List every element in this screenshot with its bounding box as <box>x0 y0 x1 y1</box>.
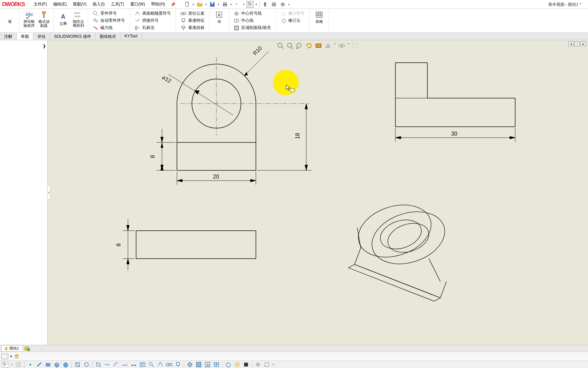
grid-button[interactable] <box>15 362 21 368</box>
tab-kytool[interactable]: KYTool <box>120 33 142 40</box>
table-tool-button[interactable] <box>213 362 219 368</box>
zoom-area-button[interactable] <box>287 42 293 49</box>
balloon-button[interactable]: 零件序号 <box>92 10 126 17</box>
graphics-canvas[interactable]: ▾ ▾ ◂ ▫ ▸ <box>48 40 588 345</box>
centerline-button[interactable]: 中心线 <box>232 17 272 24</box>
surface-button[interactable]: 表面粗随度符号 <box>133 10 172 17</box>
cube-button[interactable] <box>63 362 69 368</box>
menu-help[interactable]: 帮助(H) <box>148 0 168 8</box>
dropdown-icon[interactable]: ▾ <box>205 3 207 6</box>
linearpattern-button[interactable]: AAAAAA线性注 释阵列 <box>71 10 86 29</box>
insert-part-button[interactable] <box>234 362 240 368</box>
detail-tool-button[interactable] <box>83 362 89 368</box>
revsym-button[interactable]: 修订符号 <box>279 10 306 17</box>
centermark-button[interactable]: 中心符号线 <box>232 10 272 17</box>
layer-dropdown-icon[interactable]: ▾ <box>10 354 12 358</box>
dropdown-icon[interactable]: ▾ <box>218 3 219 6</box>
dropdown-icon[interactable]: ▾ <box>193 3 194 6</box>
window-prev-button[interactable]: ◂ <box>568 42 574 46</box>
option-button[interactable]: 项 <box>2 10 17 25</box>
menu-tools[interactable]: 工具(T) <box>108 0 127 8</box>
annotate-button[interactable]: A注释 <box>56 10 71 29</box>
display-style-button[interactable] <box>325 42 331 49</box>
line-tool-button[interactable] <box>36 362 42 368</box>
balloon-tool-button[interactable] <box>148 362 154 368</box>
menu-window[interactable]: 窗口(W) <box>128 0 148 8</box>
layer-manager-icon[interactable] <box>14 354 19 359</box>
point-tool-button[interactable] <box>27 362 33 368</box>
centermark-tool-button[interactable] <box>187 362 193 368</box>
addins-tool-button[interactable] <box>264 362 270 368</box>
undo-button[interactable] <box>234 1 241 8</box>
dropdown-icon[interactable]: ▾ <box>230 3 232 6</box>
datumtgt-button[interactable]: 基准目标 <box>179 25 206 31</box>
autoballoon-button[interactable]: 自动零件序号 <box>92 17 126 24</box>
hatch-button[interactable]: 区域剖面线/填充 <box>232 25 272 31</box>
datum-button[interactable]: 基准特征 <box>179 17 206 24</box>
open-doc-button[interactable] <box>196 1 203 8</box>
spellcheck-button[interactable]: Abc拼写检 验程序 <box>21 10 36 29</box>
menu-file[interactable]: 文件(F) <box>31 0 50 8</box>
macro-button[interactable] <box>243 362 249 368</box>
layer-color-swatch[interactable] <box>1 354 8 359</box>
note-tool-button[interactable] <box>140 362 146 368</box>
surf-tool-button[interactable] <box>157 362 163 368</box>
section-tool-button[interactable] <box>75 362 81 368</box>
menu-insert[interactable]: 插入(I) <box>90 0 107 8</box>
break-tool-button[interactable] <box>104 362 110 368</box>
options-button[interactable] <box>271 1 277 8</box>
print-button[interactable] <box>222 1 228 8</box>
select-tool-button[interactable] <box>2 362 8 368</box>
dropdown-icon[interactable]: ▾ <box>11 363 13 366</box>
dropdown-icon[interactable]: ▾ <box>348 42 349 49</box>
feature-tree-panel[interactable]: ❯ <box>0 40 48 345</box>
3d-view-button[interactable] <box>54 362 60 368</box>
model-items-button[interactable] <box>225 362 231 368</box>
block-button[interactable]: A块 <box>212 10 227 25</box>
crop-tool-button[interactable] <box>95 362 101 368</box>
geotol-button[interactable]: 形位公差 <box>179 10 206 17</box>
prev-view-button[interactable] <box>296 42 303 49</box>
window-next-button[interactable]: ▸ <box>581 42 586 46</box>
formatbrush-button[interactable]: 格式涂 刷器 <box>36 10 51 29</box>
world-icon[interactable] <box>352 42 359 49</box>
new-doc-button[interactable] <box>184 1 191 8</box>
dropdown-icon[interactable]: ▾ <box>256 3 257 6</box>
arc-tool-button[interactable] <box>113 362 119 368</box>
tab-sheetfmt[interactable]: 图纸格式 <box>96 33 120 40</box>
options-tool-button[interactable] <box>255 362 261 368</box>
dropdown-icon[interactable]: ▾ <box>273 363 274 366</box>
rebuild-button[interactable] <box>262 1 268 8</box>
tables-button[interactable]: 表格 <box>312 10 327 25</box>
sheet-tab-1[interactable]: ◧ 图纸1 <box>1 345 23 352</box>
hide-show-button[interactable] <box>338 42 345 49</box>
rotate-view-button[interactable] <box>306 42 312 49</box>
tab-annotate[interactable]: 注解 <box>0 33 17 40</box>
block-tool-button[interactable]: A <box>205 362 211 368</box>
panel-pull-handle[interactable]: ‹ <box>48 186 50 199</box>
tab-evaluate[interactable]: 评估 <box>33 33 50 40</box>
pin-icon[interactable]: 📌 <box>170 2 176 7</box>
geotol-tool-button[interactable] <box>166 362 172 368</box>
hole-button[interactable]: 孔标注 <box>133 25 172 31</box>
hatch-tool-button[interactable] <box>196 362 202 368</box>
expand-chevron-icon[interactable]: ❯ <box>43 44 46 48</box>
spline-tool-button[interactable] <box>122 362 128 368</box>
add-sheet-button[interactable] <box>24 346 30 351</box>
weld-button[interactable]: 焊接符号 <box>133 17 172 24</box>
section-view-button[interactable] <box>315 42 322 49</box>
tab-sketch[interactable]: 草图 <box>17 33 33 40</box>
menu-edit[interactable]: 编辑(E) <box>50 0 69 8</box>
select-button[interactable] <box>247 1 254 8</box>
save-button[interactable] <box>209 1 216 8</box>
dropdown-icon[interactable]: ▾ <box>243 3 245 6</box>
magline-button[interactable]: 磁力线 <box>92 25 126 31</box>
dimension-tool-button[interactable] <box>131 362 137 368</box>
revcloud-button[interactable]: 修订云 <box>279 17 306 24</box>
datum-tool-button[interactable] <box>175 362 181 368</box>
window-restore-button[interactable]: ▫ <box>574 42 580 46</box>
settings-button[interactable] <box>279 1 286 8</box>
dropdown-icon[interactable]: ▾ <box>288 3 290 6</box>
rect-tool-button[interactable] <box>45 362 51 368</box>
menu-view[interactable]: 视图(V) <box>70 0 89 8</box>
